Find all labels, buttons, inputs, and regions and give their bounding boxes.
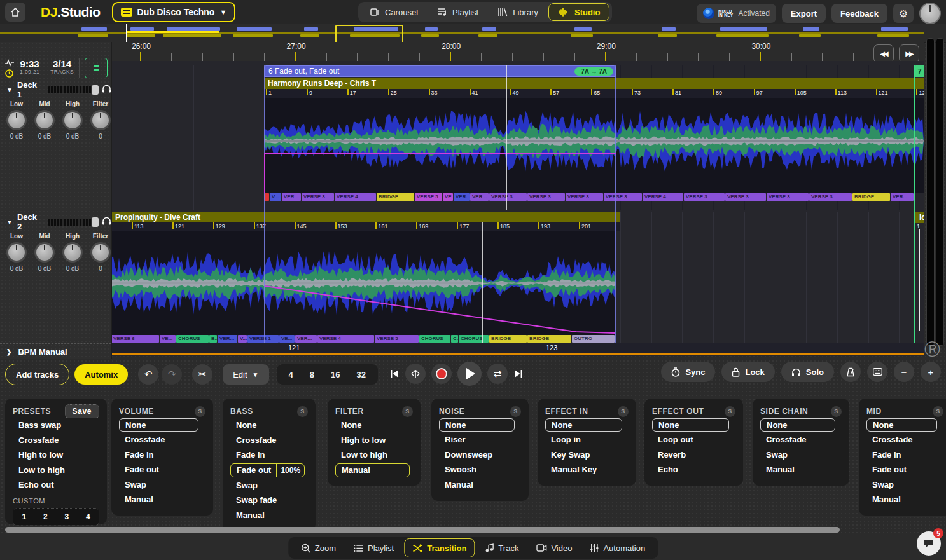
section-marker[interactable]: V...	[270, 193, 281, 201]
knob-filter[interactable]: Filter0	[90, 100, 111, 140]
track2-volume-automation[interactable]	[264, 231, 620, 336]
zoom-out-button[interactable]: −	[894, 362, 914, 382]
undo-button[interactable]: ↶	[138, 364, 158, 385]
play-button[interactable]	[457, 362, 482, 386]
option-none[interactable]: None	[230, 418, 308, 433]
deck1-playhead[interactable]	[506, 65, 507, 210]
section-marker[interactable]: VER...	[470, 193, 489, 201]
option-riser[interactable]: Riser	[439, 432, 521, 447]
center-playhead-button[interactable]	[405, 364, 426, 384]
zoom-in-button[interactable]: +	[921, 362, 941, 382]
section-marker[interactable]: VER...	[891, 193, 914, 201]
option-manual[interactable]: Manual	[335, 463, 410, 477]
section-marker[interactable]: VER...	[282, 193, 301, 201]
option-crossfade[interactable]: Crossfade	[866, 432, 943, 447]
preset-item[interactable]: Low to high	[13, 463, 99, 478]
skip-start-button[interactable]	[389, 369, 400, 379]
rewind-button[interactable]: ◀◀	[873, 44, 894, 63]
option-manual[interactable]: Manual	[439, 477, 521, 493]
option-fade-in[interactable]: Fade in	[119, 447, 205, 463]
section-marker[interactable]: VERSE 3	[489, 193, 527, 201]
option-none[interactable]: None	[866, 418, 937, 432]
project-selector[interactable]: Dub Disco Techno ▼	[112, 2, 236, 22]
section-marker[interactable]: B...	[209, 335, 217, 343]
bottom-tab-zoom[interactable]: Zoom	[293, 539, 344, 557]
knob-filter[interactable]: Filter0	[90, 233, 111, 272]
section-marker[interactable]: VERSE 3	[527, 193, 565, 201]
deck-volume-fader[interactable]	[48, 86, 97, 93]
option-fade-in[interactable]: Fade in	[866, 447, 943, 463]
section-marker[interactable]: VERSE 3	[809, 193, 852, 201]
fast-forward-button[interactable]: ▶▶	[899, 44, 919, 63]
bottom-tab-automation[interactable]: Automation	[582, 539, 653, 557]
snap-8[interactable]: 8	[302, 370, 323, 379]
section-marker[interactable]: VERSE 4	[335, 193, 376, 201]
custom-preset-2[interactable]: 2	[35, 512, 57, 521]
skip-end-button[interactable]	[513, 369, 524, 379]
option-swap[interactable]: Swap	[760, 447, 842, 463]
track1-waveform-row[interactable]	[264, 89, 924, 193]
section-marker[interactable]: BRIDGE	[377, 193, 414, 201]
deck-header-1[interactable]: ▼Deck 1	[0, 81, 111, 98]
knob-low[interactable]: Low0 dB	[6, 100, 27, 140]
time-ruler[interactable]: 26:0027:0028:0029:0030:00	[111, 42, 924, 61]
preset-item[interactable]: Bass swap	[13, 418, 99, 433]
section-marker[interactable]: VE...	[160, 335, 176, 343]
option-echo[interactable]: Echo	[652, 462, 735, 477]
option-none[interactable]: None	[545, 418, 622, 432]
solo-badge[interactable]: S	[510, 406, 521, 417]
headphones-icon[interactable]	[102, 216, 111, 228]
record-button[interactable]	[431, 364, 452, 384]
section-marker[interactable]: VERSE 5	[415, 193, 442, 201]
option-fade-out[interactable]: Fade out	[119, 462, 205, 477]
preset-item[interactable]: Echo out	[13, 477, 99, 493]
timeline-tracks-area[interactable]: Harmony Runs Deep - Chris T 191725334149…	[111, 61, 924, 356]
automix-button[interactable]: Automix	[74, 364, 128, 385]
option-swap[interactable]: Swap	[230, 478, 308, 493]
section-marker[interactable]: VERSE 3	[302, 193, 334, 201]
metronome-button[interactable]	[840, 362, 861, 382]
knob-mid[interactable]: Mid0 dB	[34, 100, 55, 140]
knob-high[interactable]: High0 dB	[62, 233, 83, 272]
option-none[interactable]: None	[335, 418, 413, 433]
option-loop-out[interactable]: Loop out	[652, 432, 735, 447]
option-manual[interactable]: Manual	[760, 462, 842, 477]
option-fade-out[interactable]: Fade out	[866, 462, 943, 477]
mix-overview-minimap[interactable]	[0, 24, 946, 43]
option-none[interactable]: None	[760, 418, 835, 432]
section-marker[interactable]: V...	[238, 335, 247, 343]
snap-16[interactable]: 16	[323, 370, 348, 379]
option-loop-in[interactable]: Loop in	[545, 432, 629, 447]
option-fade-out[interactable]: Fade out100%	[230, 463, 305, 477]
track3-title-bar[interactable]: Ic	[915, 212, 924, 223]
section-marker[interactable]: VERSE 3	[604, 193, 642, 201]
section-marker[interactable]: BRIDGE	[852, 193, 890, 201]
option-reverb[interactable]: Reverb	[652, 447, 735, 463]
custom-preset-1[interactable]: 1	[13, 512, 35, 521]
deck2-playhead[interactable]	[482, 222, 483, 350]
option-crossfade[interactable]: Crossfade	[119, 432, 205, 447]
redo-button[interactable]: ↷	[162, 364, 182, 385]
home-button[interactable]	[5, 3, 25, 22]
knob-high[interactable]: High0 dB	[62, 100, 83, 140]
option-value[interactable]: 100%	[276, 464, 304, 477]
feedback-button[interactable]: Feedback	[831, 4, 887, 23]
export-button[interactable]: Export	[782, 4, 826, 23]
solo-badge[interactable]: S	[831, 406, 842, 417]
tab-studio[interactable]: Studio	[548, 3, 609, 21]
lock-button[interactable]: Lock	[721, 362, 774, 382]
deck-header-2[interactable]: ▼Deck 2	[0, 214, 111, 230]
solo-badge[interactable]: S	[297, 406, 308, 417]
custom-preset-3[interactable]: 3	[56, 512, 78, 521]
section-marker[interactable]: VERSE 3	[684, 193, 725, 201]
bpm-manual-toggle[interactable]: ❯ BPM Manual	[0, 343, 111, 359]
sync-button[interactable]: Sync	[661, 362, 715, 382]
bottom-tab-transition[interactable]: Transition	[404, 538, 475, 557]
section-marker[interactable]: VERSE 4	[643, 193, 683, 201]
custom-preset-4[interactable]: 4	[78, 512, 99, 521]
bottom-tab-track[interactable]: Track	[477, 539, 526, 557]
horizontal-scrollbar[interactable]	[5, 527, 840, 533]
knob-mid[interactable]: Mid0 dB	[34, 233, 55, 272]
knob-low[interactable]: Low0 dB	[6, 233, 27, 272]
section-marker[interactable]: VERSE 3	[566, 193, 603, 201]
